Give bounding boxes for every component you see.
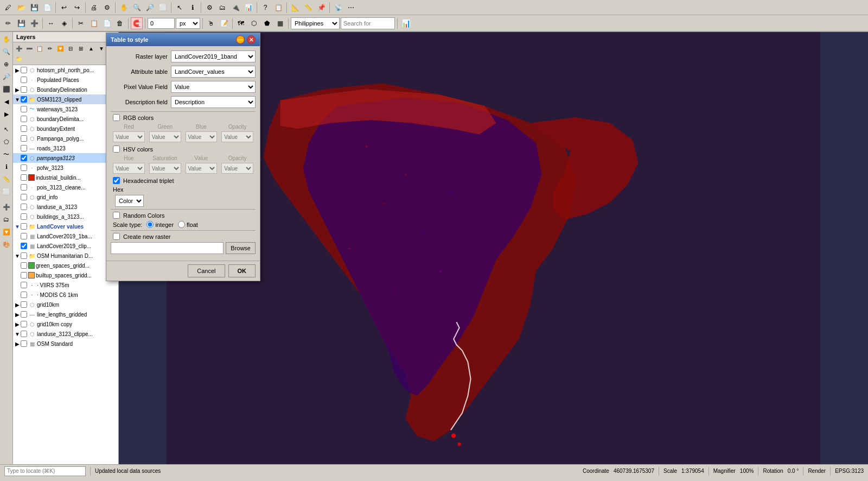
list-item[interactable]: ⬡ boundaryExtent [13, 124, 118, 134]
add-layer-btn[interactable]: ➕ [1, 201, 12, 213]
list-item[interactable]: ▦ LandCover2019_clip... [13, 241, 118, 251]
list-item[interactable]: · · MODIS C6 1km [13, 290, 118, 300]
hsv-colors-checkbox[interactable] [113, 145, 120, 153]
cancel-button[interactable]: Cancel [188, 264, 225, 277]
browser-btn[interactable]: 🗂 [1, 213, 12, 225]
random-colors-row[interactable]: Random Colors [111, 212, 256, 219]
more-btn[interactable]: ⋯ [345, 2, 357, 14]
scale-integer-radio[interactable] [146, 221, 154, 228]
list-item[interactable]: · Populated Places [13, 75, 118, 85]
expand-icon[interactable]: ▶ [14, 311, 21, 318]
expand-icon[interactable]: ▶ [14, 301, 21, 308]
rgb-colors-row[interactable]: RGB colors [111, 114, 256, 121]
move-down-btn[interactable]: ▼ [97, 43, 106, 53]
measure-btn[interactable]: 📏 [302, 2, 314, 14]
paste-btn[interactable]: 📄 [101, 17, 113, 29]
mesh-btn[interactable]: ⬡ [248, 17, 260, 29]
atlas-btn[interactable]: 📊 [242, 2, 254, 14]
hex-triplet-row[interactable]: Hexadecimal triplet [111, 177, 256, 184]
digitize-btn[interactable]: 🖱 [205, 17, 217, 29]
georef-btn[interactable]: 🗺 [235, 17, 247, 29]
identify-features-btn[interactable]: ℹ [1, 161, 12, 173]
list-item[interactable]: ▼ 📁 OSM Humanitarian D... [13, 251, 118, 261]
list-item[interactable]: ⬡ Pampanga_polyg... [13, 134, 118, 143]
color-type-select[interactable]: Color [115, 195, 144, 207]
layer-visibility-checkbox[interactable] [21, 67, 27, 73]
ok-button[interactable]: OK [228, 264, 256, 277]
list-item[interactable]: · · VIIRS 375m [13, 280, 118, 290]
expand-all-btn[interactable]: ⊞ [76, 43, 86, 53]
search-input[interactable] [341, 17, 395, 29]
next-extent-btn[interactable]: ▶ [1, 108, 12, 120]
expand-icon[interactable]: ▼ [14, 223, 21, 230]
filter-btn[interactable]: 🔽 [1, 226, 12, 238]
undo-btn[interactable]: ↩ [58, 2, 70, 14]
layer-visibility-checkbox[interactable] [21, 331, 27, 337]
select-btn[interactable]: ↖ [174, 2, 186, 14]
measure-area-btn[interactable]: ⬜ [1, 186, 12, 198]
list-item[interactable]: green_spaces_gridd... [13, 261, 118, 270]
hsv-val-select[interactable]: Value [186, 163, 218, 174]
identify-btn[interactable]: ℹ [187, 2, 199, 14]
coordinate-input[interactable] [148, 18, 175, 29]
hsv-opacity-select[interactable]: Value [221, 163, 253, 174]
list-item[interactable]: builtup_spaces_gridd... [13, 270, 118, 280]
expand-icon[interactable]: ▼ [14, 331, 21, 337]
add-feature-btn[interactable]: ➕ [28, 17, 40, 29]
full-extent-btn[interactable]: ⬛ [1, 83, 12, 95]
measure-distance-btn[interactable]: 📏 [1, 173, 12, 185]
vector2-btn[interactable]: ⬟ [261, 17, 273, 29]
layer-visibility-checkbox[interactable] [21, 96, 27, 103]
layer-visibility-checkbox[interactable] [21, 272, 27, 279]
open-btn[interactable]: 📂 [15, 2, 27, 14]
hsv-hue-select[interactable]: Value [113, 163, 145, 174]
save-layer-btn[interactable]: 💾 [15, 17, 27, 29]
list-item[interactable]: ⬡ grid_info [13, 192, 118, 202]
list-item[interactable]: ▶ ⬡ hotosm_phl_north_po... [13, 65, 118, 75]
layer-visibility-checkbox[interactable] [21, 301, 27, 308]
layer-visibility-checkbox[interactable] [21, 292, 27, 298]
expand-icon[interactable]: ▶ [14, 321, 21, 327]
layer-visibility-checkbox[interactable] [21, 135, 27, 142]
list-item[interactable]: ▶ — line_lengths_gridded [13, 309, 118, 319]
save-as-btn[interactable]: 📄 [41, 2, 53, 14]
cut-btn[interactable]: ✂ [75, 17, 87, 29]
list-item[interactable]: ⬡ buildings_a_3123... [13, 212, 118, 221]
redo-btn[interactable]: ↪ [71, 2, 83, 14]
expand-icon[interactable]: ▶ [14, 67, 21, 73]
rgb-colors-checkbox[interactable] [113, 114, 120, 121]
browse-button[interactable]: Browse [226, 242, 256, 254]
list-item[interactable]: 〜 waterways_3123 [13, 104, 118, 114]
plugins-btn[interactable]: 🔌 [229, 2, 241, 14]
layer-visibility-checkbox[interactable] [21, 116, 27, 122]
copy-btn[interactable]: 📋 [88, 17, 100, 29]
style-btn[interactable]: 🎨 [1, 238, 12, 250]
layer-visibility-checkbox[interactable] [21, 125, 27, 132]
expand-icon[interactable]: ▼ [14, 252, 21, 259]
layer-visibility-checkbox[interactable] [21, 106, 27, 112]
layer-visibility-checkbox[interactable] [21, 233, 27, 239]
new-project-btn[interactable]: 🖊 [2, 2, 14, 14]
filter-layer-btn[interactable]: 🔽 [55, 43, 65, 53]
zoom-out-btn[interactable]: 🔎 [144, 2, 156, 14]
expand-icon[interactable]: ▶ [14, 86, 21, 93]
layer-visibility-checkbox[interactable] [21, 311, 27, 318]
list-item[interactable]: industrial_buildin... [13, 173, 118, 182]
about-btn[interactable]: 📋 [272, 2, 284, 14]
list-item[interactable]: ▶ ⬡ grid10km copy [13, 319, 118, 329]
remove-layer-toolbar-btn[interactable]: ➖ [24, 43, 34, 53]
list-item[interactable]: ▶ ⬡ BoundaryDelineation [13, 85, 118, 94]
country-select[interactable]: Philippines [291, 17, 340, 29]
select-freehand-btn[interactable]: 〜 [1, 148, 12, 160]
layer-btn[interactable]: 🗂 [216, 2, 228, 14]
layer-visibility-checkbox[interactable] [21, 77, 27, 83]
list-item[interactable]: ⬡ landuse_a_3123 [13, 202, 118, 212]
layer-visibility-checkbox[interactable] [21, 145, 27, 151]
zoom-in-map-btn[interactable]: 🔍 [1, 46, 12, 58]
random-colors-checkbox[interactable] [113, 212, 120, 219]
dialog-titlebar[interactable]: Table to style — ✕ [106, 33, 260, 46]
form-btn[interactable]: 📝 [218, 17, 230, 29]
list-item[interactable]: ⬡ pampanga3123 [13, 153, 118, 163]
layer-visibility-checkbox[interactable] [21, 213, 27, 220]
snapping-btn[interactable]: 🧲 [131, 17, 143, 29]
